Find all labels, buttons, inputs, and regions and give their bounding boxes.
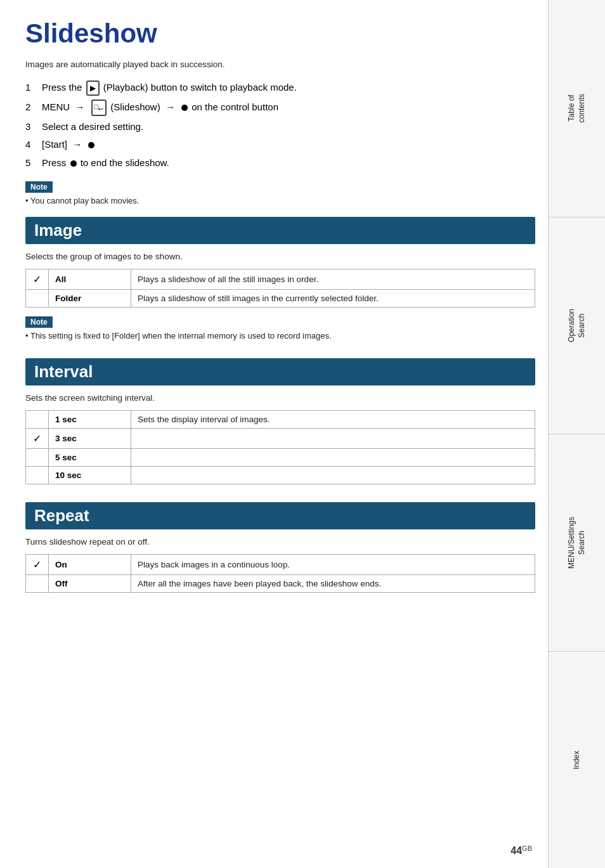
section-desc-repeat: Turns slideshow repeat on or off. xyxy=(25,537,535,547)
table-row: 1 sec Sets the display interval of image… xyxy=(26,411,535,429)
step-text-3: Select a desired setting. xyxy=(42,120,535,134)
check-cell-10sec-empty xyxy=(26,467,49,484)
step-num-5: 5 xyxy=(25,157,38,168)
section-interval: Interval Sets the screen switching inter… xyxy=(25,358,535,484)
sidebar-tab-menu-settings[interactable]: MENU/SettingsSearch xyxy=(549,434,605,652)
option-desc-on: Plays back images in a continuous loop. xyxy=(131,555,535,575)
section-image: Image Selects the group of images to be … xyxy=(25,217,535,340)
bullet-dot-1 xyxy=(181,105,188,111)
step-2: 2 MENU → □↩ (Slideshow) → on the control… xyxy=(25,100,535,116)
arrow-icon-2: → xyxy=(166,101,175,112)
bullet-dot-2 xyxy=(88,142,94,148)
step-text-5: Press to end the slideshow. xyxy=(42,156,535,171)
note-box-image: Note • This setting is fixed to [Folder]… xyxy=(25,316,535,340)
sidebar-tab-index[interactable]: Index xyxy=(549,652,605,869)
step-num-4: 4 xyxy=(25,139,38,150)
section-header-interval: Interval xyxy=(25,358,535,385)
sidebar-tab-toc-label: Table ofcontents xyxy=(567,94,587,122)
check-cell-3sec: ✓ xyxy=(26,429,49,449)
step-num-2: 2 xyxy=(25,101,38,112)
check-cell-on: ✓ xyxy=(26,555,49,575)
section-repeat: Repeat Turns slideshow repeat on or off.… xyxy=(25,502,535,593)
page-title: Slideshow xyxy=(25,19,535,48)
sidebar-tab-operation-search[interactable]: OperationSearch xyxy=(549,217,605,435)
step-text-1: Press the ▶ (Playback) button to switch … xyxy=(42,81,535,96)
section-desc-image: Selects the group of images to be shown. xyxy=(25,252,535,261)
step-text-2: MENU → □↩ (Slideshow) → on the control b… xyxy=(42,100,535,116)
step-text-4: [Start] → xyxy=(42,138,535,152)
table-row: Folder Plays a slideshow of still images… xyxy=(26,290,535,308)
option-name-off: Off xyxy=(49,575,131,593)
step-5: 5 Press to end the slideshow. xyxy=(25,156,535,171)
option-name-3sec: 3 sec xyxy=(49,429,131,449)
note-label-image: Note xyxy=(25,316,53,328)
intro-text: Images are automatically played back in … xyxy=(25,60,535,69)
step-num-1: 1 xyxy=(25,82,38,93)
check-cell-off-empty xyxy=(26,575,49,593)
page-num-bold: 44 xyxy=(511,845,522,856)
section-desc-interval: Sets the screen switching interval. xyxy=(25,393,535,403)
option-desc-3sec xyxy=(131,429,535,449)
table-row: ✓ On Plays back images in a continuous l… xyxy=(26,555,535,575)
check-cell: ✓ xyxy=(26,269,49,290)
image-table: ✓ All Plays a slideshow of all the still… xyxy=(25,269,535,308)
bullet-dot-3 xyxy=(70,160,77,167)
section-header-repeat: Repeat xyxy=(25,502,535,529)
arrow-icon: → xyxy=(75,101,84,112)
check-cell-1sec-empty xyxy=(26,411,49,429)
sidebar-tab-menu-label: MENU/SettingsSearch xyxy=(567,517,587,569)
repeat-table: ✓ On Plays back images in a continuous l… xyxy=(25,554,535,593)
option-name-all: All xyxy=(49,269,131,290)
check-cell-5sec-empty xyxy=(26,449,49,467)
option-desc-1sec: Sets the display interval of images. xyxy=(131,411,535,429)
note-text-1: • You cannot play back movies. xyxy=(25,196,535,205)
main-content: Slideshow Images are automatically playe… xyxy=(25,0,535,649)
option-name-1sec: 1 sec xyxy=(49,411,131,429)
step-3: 3 Select a desired setting. xyxy=(25,120,535,134)
table-row: Off After all the images have been playe… xyxy=(26,575,535,593)
option-desc-5sec xyxy=(131,449,535,467)
slideshow-icon: □↩ xyxy=(91,100,107,116)
sidebar: Table ofcontents OperationSearch MENU/Se… xyxy=(548,0,605,868)
section-header-image: Image xyxy=(25,217,535,244)
sidebar-tab-toc[interactable]: Table ofcontents xyxy=(549,0,605,217)
table-row: 10 sec xyxy=(26,467,535,484)
playback-icon: ▶ xyxy=(86,81,100,96)
check-cell-empty xyxy=(26,290,49,308)
note-box-1: Note • You cannot play back movies. xyxy=(25,181,535,205)
interval-table: 1 sec Sets the display interval of image… xyxy=(25,410,535,484)
table-row: ✓ 3 sec xyxy=(26,429,535,449)
option-name-on: On xyxy=(49,555,131,575)
step-4: 4 [Start] → xyxy=(25,138,535,152)
page-num-suffix: GB xyxy=(522,845,532,852)
step-num-3: 3 xyxy=(25,121,38,132)
note-label-1: Note xyxy=(25,181,53,193)
steps-list: 1 Press the ▶ (Playback) button to switc… xyxy=(25,81,535,170)
option-desc-10sec xyxy=(131,467,535,484)
option-desc-folder: Plays a slideshow of still images in the… xyxy=(131,290,535,308)
option-desc-off: After all the images have been played ba… xyxy=(131,575,535,593)
option-desc-all: Plays a slideshow of all the still image… xyxy=(131,269,535,290)
note-text-image: • This setting is fixed to [Folder] when… xyxy=(25,331,535,340)
sidebar-tab-operation-label: OperationSearch xyxy=(567,309,587,342)
option-name-folder: Folder xyxy=(49,290,131,308)
table-row: 5 sec xyxy=(26,449,535,467)
option-name-10sec: 10 sec xyxy=(49,467,131,484)
option-name-5sec: 5 sec xyxy=(49,449,131,467)
table-row: ✓ All Plays a slideshow of all the still… xyxy=(26,269,535,290)
arrow-icon-3: → xyxy=(72,139,82,150)
step-1: 1 Press the ▶ (Playback) button to switc… xyxy=(25,81,535,96)
sidebar-tab-index-label: Index xyxy=(572,751,582,769)
page-number: 44GB xyxy=(511,845,532,857)
